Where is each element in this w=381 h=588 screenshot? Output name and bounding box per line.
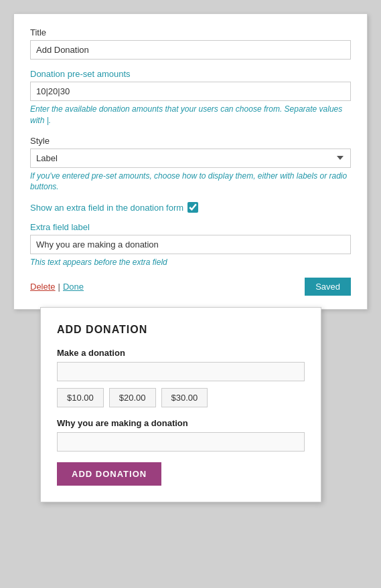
done-button[interactable]: Done [63, 282, 84, 292]
make-donation-input[interactable] [57, 362, 305, 381]
action-links: Delete | Done [30, 282, 84, 292]
amount-buttons: $10.00 $20.00 $30.00 [57, 388, 305, 407]
title-input[interactable] [30, 40, 351, 60]
saved-button[interactable]: Saved [305, 278, 351, 296]
preset-amounts-label: Donation pre-set amounts [30, 69, 351, 79]
preset-amounts-hint: Enter the available donation amounts tha… [30, 104, 351, 126]
amount-btn-30[interactable]: $30.00 [161, 388, 208, 407]
style-hint: If you've entered pre-set amounts, choos… [30, 171, 351, 193]
show-extra-field-row: Show an extra field in the donation form [30, 202, 351, 213]
style-field-group: Style Label Radio Buttons If you've ente… [30, 136, 351, 193]
make-donation-label: Make a donation [57, 348, 305, 358]
style-select[interactable]: Label Radio Buttons [30, 149, 351, 168]
title-label: Title [30, 27, 351, 37]
preview-title: ADD DONATION [57, 324, 305, 336]
extra-field-label: Extra field label [30, 222, 351, 232]
preview-panel: ADD DONATION Make a donation $10.00 $20.… [40, 307, 321, 502]
editor-panel: Title Donation pre-set amounts Enter the… [13, 13, 368, 310]
style-label: Style [30, 136, 351, 146]
show-extra-label: Show an extra field in the donation form [30, 203, 183, 213]
submit-button[interactable]: ADD DONATION [57, 462, 161, 486]
extra-field-preview-label: Why you are making a donation [57, 418, 305, 428]
amount-btn-10[interactable]: $10.00 [57, 388, 104, 407]
extra-field-input[interactable] [30, 235, 351, 254]
extra-field-preview-input[interactable] [57, 432, 305, 452]
extra-field-group: Extra field label This text appears befo… [30, 222, 351, 268]
show-extra-checkbox[interactable] [187, 202, 198, 213]
link-separator: | [58, 282, 60, 292]
title-field-group: Title [30, 27, 351, 60]
page-wrapper: Title Donation pre-set amounts Enter the… [13, 13, 368, 502]
amount-btn-20[interactable]: $20.00 [109, 388, 156, 407]
preset-amounts-input[interactable] [30, 82, 351, 101]
action-row: Delete | Done Saved [30, 278, 351, 296]
delete-button[interactable]: Delete [30, 282, 56, 292]
preset-amounts-field-group: Donation pre-set amounts Enter the avail… [30, 69, 351, 126]
extra-field-hint: This text appears before the extra field [30, 257, 351, 268]
